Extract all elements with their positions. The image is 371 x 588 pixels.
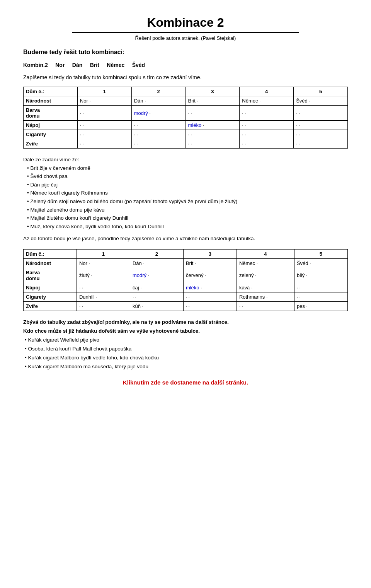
table1-col5: 5 — [294, 87, 348, 96]
table-row: Národnost Nor · Dán · Brit · Němec · Švé… — [24, 258, 348, 268]
page-title: Kombinace 2 — [23, 15, 348, 30]
table1-col2: 2 — [131, 87, 186, 96]
table1: Dům č.: 1 2 3 4 5 Národnost Nor · Dán · … — [23, 87, 348, 149]
final-section: Zbývá do tabulky zadat zbývající podmínk… — [23, 318, 348, 371]
table-row: Nápoj · · · · mléko · · · · · — [24, 121, 348, 130]
list-item: Dán pije čaj — [27, 181, 348, 189]
table-row: Národnost Nor · Dán · Brit · Němec · Švé… — [24, 96, 348, 106]
list-item: Kuřák cigaret Malbboro má souseda, který… — [25, 362, 348, 371]
list-item: Kuřák cigaret Wiefield pije pivo — [25, 336, 348, 345]
clues-header: Dále ze zadání víme že: — [23, 156, 348, 164]
combination-line: Kombin.2 Nor Dán Brit Němec Švéd — [23, 62, 348, 68]
table2-col1: 1 — [77, 249, 130, 258]
table1-col1: 1 — [77, 87, 131, 96]
list-item: Majitel žlutého domu kouří cigarety Dunh… — [27, 214, 348, 222]
list-item: Němec kouří cigarety Rothmanns — [27, 189, 348, 197]
table-row: Zvíře · · · · · · · · · · — [24, 139, 348, 149]
table-row: Cigarety · · · · · · · · · · — [24, 130, 348, 139]
link-section[interactable]: Kliknutím zde se dostaneme na další strá… — [23, 379, 348, 386]
list-item: Zelený dům stojí nalevo od bílého domu (… — [27, 197, 348, 206]
list-item: Majitel zeleného domu pije kávu — [27, 206, 348, 214]
table1-col-dum: Dům č.: — [24, 87, 78, 96]
table2-col-dum: Dům č.: — [24, 249, 77, 258]
title-divider — [72, 32, 299, 33]
list-item: Kuřák cigaret Malboro bydlí vedle toho, … — [25, 354, 348, 362]
clues-section: Dále ze zadání víme že: Brit žije v červ… — [23, 156, 348, 231]
table2-col5: 5 — [294, 249, 347, 258]
subtitle: Řešení podle autora stránek. (Pavel Stej… — [23, 35, 348, 41]
transition-text: Až do tohoto bodu je vše jasné, pohodlně… — [23, 234, 348, 243]
list-item: Osoba, která kouří Pall Mall chová papou… — [25, 345, 348, 354]
final-header1: Zbývá do tabulky zadat zbývající podmínk… — [23, 318, 348, 327]
table-row: Barvadomu žlutý · modrý · červený · zele… — [24, 268, 348, 283]
list-item: Muž, který chová koně, bydlí vedle toho,… — [27, 222, 348, 231]
table2-col2: 2 — [130, 249, 183, 258]
next-page-link[interactable]: Kliknutím zde se dostaneme na další strá… — [123, 379, 248, 386]
table2-col3: 3 — [183, 249, 237, 258]
table1-col3: 3 — [186, 87, 240, 96]
table-row: Barvadomu · · modrý · · · · · · · — [24, 106, 348, 121]
list-item: Švéd chová psa — [27, 172, 348, 181]
list-item: Brit žije v červeném domě — [27, 164, 348, 173]
intro-bold: Budeme tedy řešit tuto kombinaci: — [23, 49, 348, 56]
table2-col4: 4 — [237, 249, 294, 258]
clues-list: Brit žije v červeném domě Švéd chová psa… — [23, 164, 348, 231]
combination-desc: Zapíšeme si tedy do tabulky tuto kombina… — [23, 74, 348, 80]
table-row: Nápoj · · čaj · mléko · kává · · · — [24, 283, 348, 292]
table-row: Zvíře · · kůň · · · · · pes · — [24, 301, 348, 311]
final-bullets-list: Kuřák cigaret Wiefield pije pivo Osoba, … — [23, 336, 348, 371]
final-header2: Kdo chce může si již hádanku dořešit sám… — [23, 327, 348, 336]
table1-col4: 4 — [240, 87, 294, 96]
table2: Dům č.: 1 2 3 4 5 Národnost Nor · Dán · … — [23, 249, 348, 311]
table-row: Cigarety Dunhill · · · · · Rothmanns · ·… — [24, 292, 348, 301]
